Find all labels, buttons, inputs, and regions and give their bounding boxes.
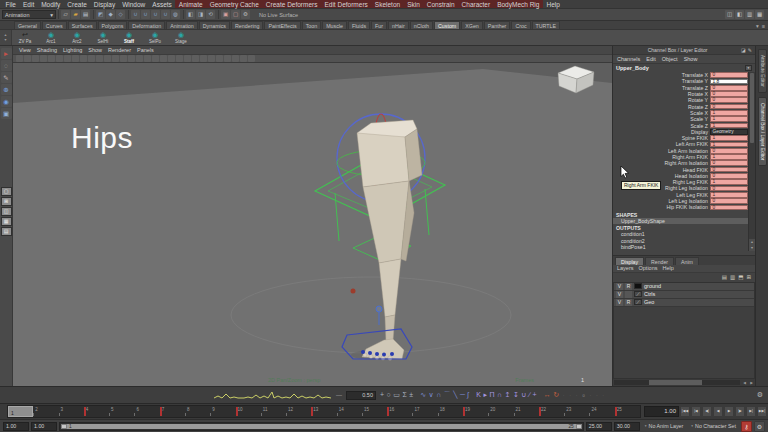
viewport-toolbar-icon[interactable]: [104, 55, 111, 62]
layer-ref-toggle[interactable]: R: [625, 283, 632, 290]
step-tangent-icon[interactable]: ∫: [467, 390, 469, 400]
cube-prop[interactable]: [558, 66, 594, 93]
rotate-tool-icon[interactable]: ◉: [1, 96, 12, 107]
step-back-frame-button[interactable]: |◀: [691, 406, 701, 417]
viewport-menu-show[interactable]: Show: [85, 47, 105, 53]
layer-scrollbar[interactable]: ◀ ▶: [613, 379, 755, 386]
layout-persp-outliner-icon[interactable]: ▦: [1, 217, 12, 226]
shelf-tab-animation[interactable]: Animation: [166, 21, 198, 29]
viewport-menu-view[interactable]: View: [16, 47, 34, 53]
channel-value-field[interactable]: 0: [710, 167, 748, 173]
side-tab-channel-box-layer-editor[interactable]: Channel Box / Layer Editor: [758, 97, 767, 166]
auto-tangent-icon[interactable]: ∿: [420, 390, 426, 400]
layer-swatch[interactable]: ⟋: [634, 291, 642, 297]
move-tool-icon[interactable]: ⊕: [1, 84, 12, 95]
channel-box-menu-edit[interactable]: Edit: [646, 56, 655, 62]
menu-display[interactable]: Display: [90, 0, 118, 8]
viewport-toolbar-icon[interactable]: [72, 55, 79, 62]
plateau-tangent-icon[interactable]: ─: [460, 390, 465, 400]
channel-value-field[interactable]: 1: [710, 192, 748, 198]
range-slider-bar[interactable]: 1 25: [59, 422, 584, 431]
select-hierarchy-icon[interactable]: ◩: [96, 10, 105, 19]
viewport-toolbar-icon[interactable]: [16, 55, 23, 62]
cup-icon[interactable]: ∪: [521, 390, 526, 400]
channel-value-field[interactable]: 1: [710, 154, 748, 160]
lasso-select-tool-icon[interactable]: ◌: [1, 60, 12, 71]
add-key-icon[interactable]: +: [380, 390, 384, 400]
menu-window[interactable]: Window: [119, 0, 149, 8]
flat-tangent-icon[interactable]: ⌒: [444, 390, 451, 400]
viewport-toolbar-icon[interactable]: [136, 55, 143, 62]
viewport-toolbar-icon[interactable]: [120, 55, 127, 62]
arc-icon[interactable]: ∩: [497, 390, 502, 400]
decrement-icon[interactable]: —: [336, 392, 342, 398]
shelf-button-selpo[interactable]: ◉SelPo: [142, 31, 168, 44]
shelf-tab-custom[interactable]: Custom: [434, 21, 460, 29]
menu-modify[interactable]: Modify: [38, 0, 64, 8]
scale-tool-icon[interactable]: ▣: [1, 108, 12, 119]
viewport-toolbar-icon[interactable]: [88, 55, 95, 62]
shelf-tab-croc[interactable]: Croc: [511, 21, 530, 29]
menu-constrain[interactable]: Constrain: [423, 0, 458, 8]
scrollbar-thumb[interactable]: [649, 380, 702, 385]
select-object-icon[interactable]: ◆: [106, 10, 115, 19]
viewport-toolbar-icon[interactable]: [184, 55, 191, 62]
render-settings-icon[interactable]: ⚙: [241, 10, 250, 19]
side-tab-attribute-editor[interactable]: Attribute Editor: [758, 49, 767, 93]
layer-ref-toggle[interactable]: R: [625, 299, 632, 306]
menu-skeleton[interactable]: Skeleton: [371, 0, 403, 8]
character-leg-mesh[interactable]: [357, 120, 422, 360]
viewport-toolbar-icon[interactable]: [232, 55, 239, 62]
shelf-tab-general[interactable]: General: [14, 21, 41, 29]
layer-menu-options[interactable]: Options: [639, 265, 658, 271]
shelf-tab-turtle[interactable]: TURTLE: [532, 21, 561, 29]
scroll-right-icon[interactable]: ▶: [748, 381, 755, 385]
show-attribute-editor-icon[interactable]: ◫: [725, 10, 734, 19]
animation-end-field[interactable]: 30.00: [614, 422, 640, 431]
time-slider[interactable]: 1234567891011121314151617181920212223242…: [0, 403, 768, 419]
layer-editor-tab-render[interactable]: Render: [645, 257, 674, 265]
viewport-toolbar-icon[interactable]: [168, 55, 175, 62]
step-forward-key-button[interactable]: |▶: [735, 406, 745, 417]
current-frame-indicator[interactable]: 1: [8, 406, 33, 417]
shelf-tab-panther[interactable]: Panther: [484, 21, 511, 29]
channel-value-field[interactable]: 0: [710, 104, 748, 110]
lower-icon[interactable]: ↧: [513, 390, 519, 400]
move-layer-down-icon[interactable]: ▥: [730, 274, 735, 280]
layer-editor-tab-anim[interactable]: Anim: [675, 257, 699, 265]
shelf-button-arc1[interactable]: ◉Arc1: [38, 31, 64, 44]
hold-icon[interactable]: Π: [489, 390, 494, 400]
select-tool-icon[interactable]: ►: [1, 48, 12, 59]
menu-assets[interactable]: Assets: [149, 0, 176, 8]
range-end-handle[interactable]: [576, 424, 582, 429]
tween-slider[interactable]: · · · 0 · · ·: [563, 393, 606, 398]
layer-row-geo[interactable]: VR⟋Geo: [614, 299, 754, 307]
shelf-tab-dynamics[interactable]: Dynamics: [199, 21, 230, 29]
viewport-toolbar-icon[interactable]: [56, 55, 63, 62]
shelf-tab-fur[interactable]: Fur: [371, 21, 387, 29]
shelf-tab-muscle[interactable]: Muscle: [322, 21, 347, 29]
channel-value-field[interactable]: 1.8: [710, 79, 748, 85]
menu-create-deformers[interactable]: Create Deformers: [262, 0, 321, 8]
channel-scrollbar[interactable]: ▲ ▼: [748, 72, 755, 251]
viewport-toolbar-icon[interactable]: [192, 55, 199, 62]
box-icon[interactable]: ▭: [393, 390, 400, 400]
viewport-toolbar-icon[interactable]: [80, 55, 87, 62]
go-to-playback-start-button[interactable]: |◀◀: [680, 406, 690, 417]
shelf-tab-deformation[interactable]: Deformation: [128, 21, 165, 29]
edit-icon[interactable]: ✎: [748, 47, 752, 53]
play-forwards-button[interactable]: ▶: [724, 406, 734, 417]
shelf-menu-handle[interactable]: ▲▼: [0, 30, 12, 45]
menu-animate[interactable]: Animate: [175, 0, 206, 8]
layer-menu-help[interactable]: Help: [662, 265, 673, 271]
output-item-bindpose1[interactable]: bindPose1: [613, 244, 748, 251]
scrollbar-thumb[interactable]: [750, 73, 754, 143]
root-control-curve[interactable]: [231, 277, 511, 353]
shelf-tab-fluids[interactable]: Fluids: [348, 21, 370, 29]
shelf-tab-polygons[interactable]: Polygons: [98, 21, 128, 29]
channel-value-field[interactable]: 1: [710, 123, 748, 129]
input-connections-icon[interactable]: ◧: [186, 10, 195, 19]
layer-menu-layers[interactable]: Layers: [617, 265, 634, 271]
sidebar-toggle-icon[interactable]: ▦: [755, 10, 764, 19]
viewport-toolbar-icon[interactable]: [152, 55, 159, 62]
